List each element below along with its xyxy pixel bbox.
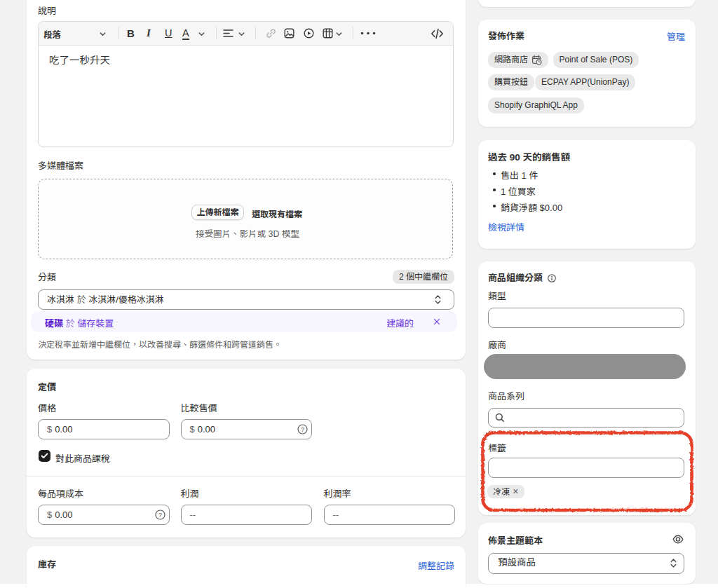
svg-text:?: ?	[158, 511, 161, 518]
svg-text:?: ?	[301, 425, 304, 432]
